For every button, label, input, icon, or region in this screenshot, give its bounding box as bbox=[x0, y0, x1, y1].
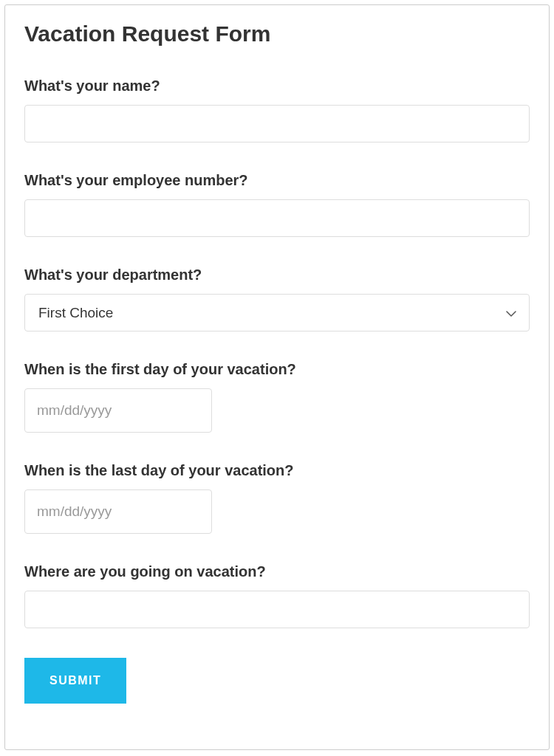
last-day-input[interactable] bbox=[24, 489, 212, 534]
vacation-request-form: Vacation Request Form What's your name? … bbox=[4, 4, 550, 750]
form-title: Vacation Request Form bbox=[24, 21, 530, 47]
form-group-department: What's your department? First Choice bbox=[24, 267, 530, 331]
name-input[interactable] bbox=[24, 105, 530, 142]
first-day-label: When is the first day of your vacation? bbox=[24, 361, 530, 378]
destination-label: Where are you going on vacation? bbox=[24, 563, 530, 580]
department-label: What's your department? bbox=[24, 267, 530, 284]
department-select[interactable]: First Choice bbox=[24, 294, 530, 331]
submit-button[interactable]: SUBMIT bbox=[24, 658, 126, 704]
destination-input[interactable] bbox=[24, 591, 530, 628]
first-day-input[interactable] bbox=[24, 388, 212, 433]
last-day-label: When is the last day of your vacation? bbox=[24, 462, 530, 479]
form-group-name: What's your name? bbox=[24, 78, 530, 142]
form-group-last-day: When is the last day of your vacation? bbox=[24, 462, 530, 534]
department-select-wrapper: First Choice bbox=[24, 294, 530, 331]
form-group-destination: Where are you going on vacation? bbox=[24, 563, 530, 628]
form-group-employee-number: What's your employee number? bbox=[24, 172, 530, 237]
employee-number-label: What's your employee number? bbox=[24, 172, 530, 189]
form-group-first-day: When is the first day of your vacation? bbox=[24, 361, 530, 433]
name-label: What's your name? bbox=[24, 78, 530, 94]
employee-number-input[interactable] bbox=[24, 199, 530, 237]
